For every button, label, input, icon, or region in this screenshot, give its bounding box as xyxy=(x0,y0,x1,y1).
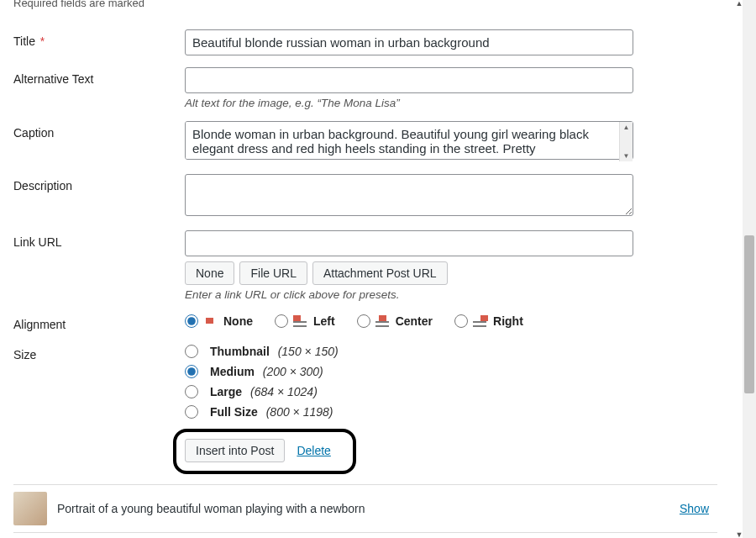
alignment-left-radio[interactable] xyxy=(275,314,288,328)
size-medium-name: Medium xyxy=(210,365,255,378)
size-thumbnail-radio[interactable] xyxy=(185,345,198,358)
link-attachment-post-url-button[interactable]: Attachment Post URL xyxy=(312,261,448,285)
alt-text-label: Alternative Text xyxy=(13,67,185,86)
link-url-helper: Enter a link URL or click above for pres… xyxy=(185,288,717,301)
align-right-icon xyxy=(473,315,488,327)
delete-link[interactable]: Delete xyxy=(297,444,330,457)
link-url-input[interactable] xyxy=(185,230,633,256)
alignment-right-label: Right xyxy=(493,314,523,328)
alignment-center[interactable]: Center xyxy=(357,314,433,328)
link-file-url-button[interactable]: File URL xyxy=(239,261,307,285)
attachment-row: Portrait of a sleeping newborn hold at h… xyxy=(13,533,717,538)
link-none-button[interactable]: None xyxy=(185,261,234,285)
alignment-center-label: Center xyxy=(396,314,433,328)
size-full[interactable]: Full Size (800 × 1198) xyxy=(185,405,717,419)
attachment-row: Portrait of a young beautiful woman play… xyxy=(13,485,717,533)
attachment-list: Portrait of a young beautiful woman play… xyxy=(13,484,717,538)
alignment-right-radio[interactable] xyxy=(454,314,468,328)
textarea-scrollbar[interactable]: ▲▼ xyxy=(619,122,633,161)
alignment-none[interactable]: None xyxy=(185,314,253,328)
scrollbar-up-icon[interactable]: ▲ xyxy=(732,0,746,10)
attachment-show-link[interactable]: Show xyxy=(680,502,709,515)
alignment-center-radio[interactable] xyxy=(357,314,370,328)
size-medium-radio[interactable] xyxy=(185,365,198,378)
required-fields-notice: Required fields are marked xyxy=(13,0,717,9)
caption-textarea[interactable]: Blonde woman in urban background. Beauti… xyxy=(185,121,633,160)
size-large-radio[interactable] xyxy=(185,385,198,398)
size-full-radio[interactable] xyxy=(185,405,198,419)
alignment-none-label: None xyxy=(223,314,253,328)
attachment-thumbnail[interactable] xyxy=(13,492,47,525)
size-large-dim: (684 × 1024) xyxy=(250,385,318,398)
size-thumbnail-dim: (150 × 150) xyxy=(278,345,339,358)
alt-text-helper: Alt text for the image, e.g. “The Mona L… xyxy=(185,97,717,109)
description-textarea[interactable] xyxy=(185,174,633,216)
alignment-right[interactable]: Right xyxy=(454,314,523,328)
caption-label: Caption xyxy=(13,121,185,140)
align-center-icon xyxy=(375,315,391,327)
alignment-label: Alignment xyxy=(13,313,185,331)
size-full-name: Full Size xyxy=(210,405,258,419)
title-input[interactable] xyxy=(185,29,633,55)
page-scrollbar-track[interactable] xyxy=(743,0,756,538)
insert-into-post-button[interactable]: Insert into Post xyxy=(185,439,285,462)
align-none-icon xyxy=(203,315,218,327)
size-medium-dim: (200 × 300) xyxy=(263,365,323,378)
link-url-label: Link URL xyxy=(13,230,185,249)
scrollbar-down-icon[interactable]: ▼ xyxy=(732,528,746,538)
title-label: Title * xyxy=(13,29,185,48)
attachment-title: Portrait of a young beautiful woman play… xyxy=(57,502,669,515)
alignment-left[interactable]: Left xyxy=(275,314,335,328)
size-large[interactable]: Large (684 × 1024) xyxy=(185,385,717,398)
alt-text-input[interactable] xyxy=(185,67,633,93)
size-label: Size xyxy=(13,343,185,361)
size-medium[interactable]: Medium (200 × 300) xyxy=(185,365,717,378)
description-label: Description xyxy=(13,174,185,193)
size-large-name: Large xyxy=(210,385,242,398)
alignment-none-radio[interactable] xyxy=(185,314,198,328)
alignment-left-label: Left xyxy=(313,314,335,328)
size-thumbnail[interactable]: Thumbnail (150 × 150) xyxy=(185,345,717,358)
align-left-icon xyxy=(293,315,308,327)
size-full-dim: (800 × 1198) xyxy=(266,405,333,419)
page-scrollbar-thumb[interactable] xyxy=(744,235,754,393)
size-thumbnail-name: Thumbnail xyxy=(210,345,270,358)
